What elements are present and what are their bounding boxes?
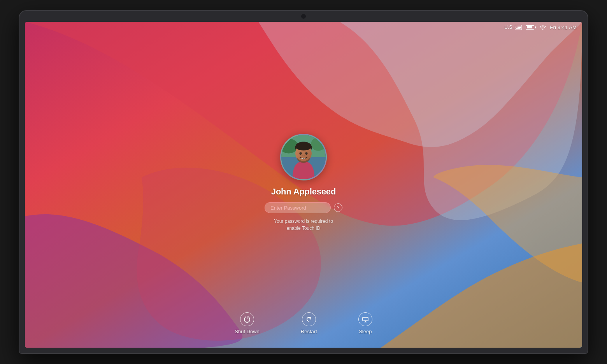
svg-rect-9 [518, 27, 519, 28]
svg-point-25 [300, 152, 300, 154]
sleep-label: Sleep [359, 329, 372, 334]
sleep-icon [358, 312, 372, 326]
username-label: John Appleseed [271, 187, 336, 197]
svg-rect-8 [517, 27, 518, 28]
macbook-frame: U.S. [19, 11, 588, 353]
touch-id-hint: Your password is required toenable Touch… [274, 218, 333, 232]
restart-button[interactable]: Restart [298, 311, 320, 336]
menu-bar: U.S. [25, 22, 582, 33]
keyboard-layout-text: U.S. [504, 24, 514, 30]
restart-icon [302, 312, 316, 326]
sleep-button[interactable]: Sleep [355, 311, 375, 336]
svg-point-24 [305, 152, 308, 155]
keyboard-layout-indicator: U.S. [504, 24, 522, 30]
svg-rect-28 [363, 317, 368, 321]
battery-indicator [526, 25, 536, 30]
svg-point-19 [311, 138, 326, 151]
wifi-icon [540, 24, 546, 30]
touch-id-hint-text: Your password is required toenable Touch… [274, 219, 333, 231]
screen: U.S. [25, 22, 582, 348]
svg-rect-6 [520, 26, 521, 26]
svg-rect-3 [517, 26, 518, 26]
password-input[interactable] [265, 202, 331, 213]
svg-point-13 [542, 29, 544, 30]
svg-point-26 [306, 152, 307, 154]
svg-rect-12 [516, 28, 521, 29]
svg-rect-7 [516, 27, 516, 28]
svg-rect-10 [519, 27, 520, 28]
restart-label: Restart [301, 329, 317, 334]
battery-tip [535, 26, 536, 28]
battery-fill [527, 26, 532, 28]
shutdown-label: Shut Down [235, 329, 260, 334]
svg-rect-4 [518, 26, 519, 26]
svg-rect-5 [519, 26, 520, 26]
bottom-buttons-container: Shut Down Restart [25, 311, 582, 336]
password-help-button[interactable]: ? [334, 203, 342, 212]
keyboard-icon [515, 25, 522, 30]
clock: Fri 9:41 AM [550, 24, 577, 30]
battery-body [526, 25, 534, 30]
avatar-svg [281, 135, 326, 179]
password-row: ? [265, 202, 342, 213]
power-icon [240, 312, 254, 326]
svg-rect-11 [520, 27, 521, 28]
login-container: John Appleseed ? Your password is requir… [265, 134, 342, 232]
shutdown-button[interactable]: Shut Down [232, 311, 263, 336]
svg-point-23 [300, 152, 302, 155]
user-avatar [280, 134, 327, 180]
svg-rect-2 [516, 26, 516, 26]
menu-bar-right: U.S. [504, 24, 577, 30]
